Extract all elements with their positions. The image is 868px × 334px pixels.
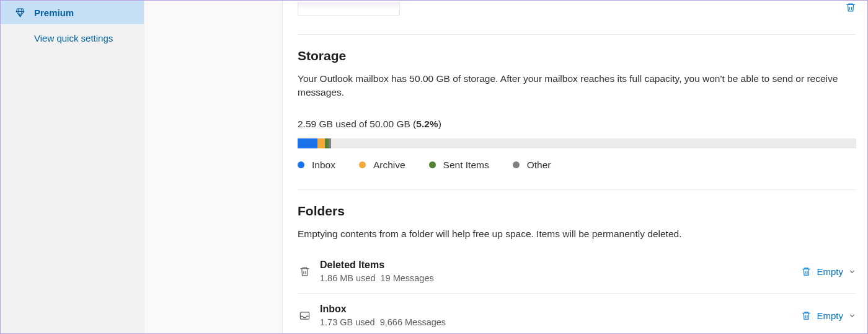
chevron-down-icon xyxy=(848,268,856,276)
legend-label: Sent Items xyxy=(443,160,489,171)
folder-used: 1.86 MB used xyxy=(320,273,375,283)
folder-list: Deleted Items1.86 MB used19 MessagesEmpt… xyxy=(298,250,856,333)
folders-description: Emptying contents from a folder will hel… xyxy=(298,227,856,241)
legend-dot xyxy=(513,161,520,168)
trash-icon xyxy=(801,310,812,321)
legend-item: Archive xyxy=(359,160,405,171)
legend-label: Archive xyxy=(373,160,405,171)
storage-title: Storage xyxy=(298,48,856,63)
profile-photo-placeholder xyxy=(298,2,400,16)
diamond-icon xyxy=(14,7,25,18)
storage-progress-bar xyxy=(298,138,856,148)
settings-category-column xyxy=(144,1,283,333)
folder-info: Inbox1.73 GB used9,666 Messages xyxy=(320,304,801,327)
storage-segment xyxy=(298,138,317,148)
legend-label: Other xyxy=(527,160,551,171)
folder-msg-count: 9,666 Messages xyxy=(380,317,446,327)
sidebar-item-premium[interactable]: Premium xyxy=(1,1,144,24)
storage-usage-text: 2.59 GB used of 50.00 GB (5.2%) xyxy=(298,119,856,130)
empty-folder-button[interactable]: Empty xyxy=(801,310,856,321)
storage-section: Storage Your Outlook mailbox has 50.00 G… xyxy=(298,48,856,171)
inbox-icon xyxy=(298,310,311,322)
legend-item: Sent Items xyxy=(429,160,489,171)
legend-item: Inbox xyxy=(298,160,335,171)
legend-dot xyxy=(359,161,366,168)
folder-name: Deleted Items xyxy=(320,260,801,271)
trash-icon xyxy=(801,266,812,277)
delete-photo-button[interactable] xyxy=(845,2,856,13)
legend-dot xyxy=(429,161,436,168)
folder-info: Deleted Items1.86 MB used19 Messages xyxy=(320,260,801,283)
settings-content: Storage Your Outlook mailbox has 50.00 G… xyxy=(283,1,867,333)
svg-rect-0 xyxy=(300,312,309,319)
storage-segment xyxy=(317,138,325,148)
storage-segment xyxy=(329,138,332,148)
folder-used: 1.73 GB used xyxy=(320,317,375,327)
legend-dot xyxy=(298,161,304,168)
folder-row: Inbox1.73 GB used9,666 MessagesEmpty xyxy=(298,294,856,333)
legend-item: Other xyxy=(513,160,551,171)
folder-row: Deleted Items1.86 MB used19 MessagesEmpt… xyxy=(298,250,856,294)
trash-icon xyxy=(298,266,311,278)
folder-name: Inbox xyxy=(320,304,801,315)
folder-msg-count: 19 Messages xyxy=(380,273,433,283)
section-divider xyxy=(298,34,856,35)
folders-title: Folders xyxy=(298,204,856,219)
sidebar-item-label: Premium xyxy=(34,7,74,18)
folders-section: Folders Emptying contents from a folder … xyxy=(298,204,856,333)
folder-meta: 1.73 GB used9,666 Messages xyxy=(320,317,801,327)
empty-folder-button[interactable]: Empty xyxy=(801,266,856,277)
section-divider xyxy=(298,189,856,190)
empty-label: Empty xyxy=(817,310,843,321)
trash-icon xyxy=(845,2,856,13)
chevron-down-icon xyxy=(848,312,856,320)
storage-legend: InboxArchiveSent ItemsOther xyxy=(298,160,856,171)
legend-label: Inbox xyxy=(312,160,335,171)
empty-label: Empty xyxy=(817,266,843,277)
folder-meta: 1.86 MB used19 Messages xyxy=(320,273,801,283)
settings-sidebar: Premium View quick settings xyxy=(1,1,144,333)
storage-description: Your Outlook mailbox has 50.00 GB of sto… xyxy=(298,72,856,100)
sidebar-link-quick-settings[interactable]: View quick settings xyxy=(1,24,144,50)
